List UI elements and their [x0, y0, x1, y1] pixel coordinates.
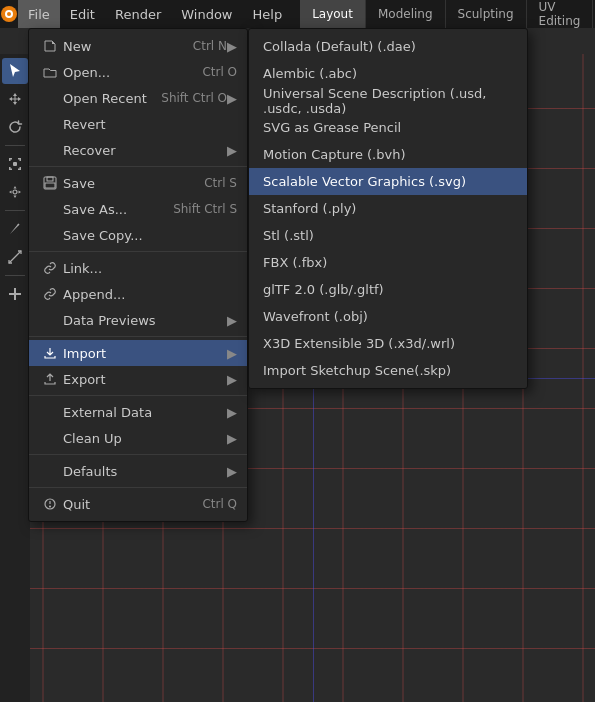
blender-logo [0, 0, 18, 28]
workspace-tab-sculpting[interactable]: Sculpting [446, 0, 527, 28]
sep-4 [29, 395, 247, 396]
menu-item-open[interactable]: Open... Ctrl O [29, 59, 247, 85]
import-x3d[interactable]: X3D Extensible 3D (.x3d/.wrl) [249, 330, 527, 357]
import-collada[interactable]: Collada (Default) (.dae) [249, 33, 527, 60]
sep-1 [29, 166, 247, 167]
export-label: Export [63, 372, 227, 387]
quit-icon [39, 497, 61, 511]
import-obj[interactable]: Wavefront (.obj) [249, 303, 527, 330]
sidebar-separator-1 [5, 145, 25, 146]
menu-item-revert[interactable]: Revert [29, 111, 247, 137]
save-label: Save [63, 176, 204, 191]
import-alembic[interactable]: Alembic (.abc) [249, 60, 527, 87]
svg-rect-7 [45, 183, 55, 188]
menu-item-save-copy[interactable]: Save Copy... [29, 222, 247, 248]
menu-item-external-data[interactable]: External Data ▶ [29, 399, 247, 425]
menu-item-save-as[interactable]: Save As... Shift Ctrl S [29, 196, 247, 222]
window-menu-trigger[interactable]: Window [171, 0, 242, 28]
workspace-tab-modeling[interactable]: Modeling [366, 0, 446, 28]
svg-point-9 [50, 506, 51, 507]
transform-tool-icon[interactable] [2, 179, 28, 205]
svg-point-2 [7, 12, 11, 16]
render-menu-trigger[interactable]: Render [105, 0, 171, 28]
sep-3 [29, 336, 247, 337]
export-arrow: ▶ [227, 372, 237, 387]
sep-6 [29, 487, 247, 488]
menu-item-import[interactable]: Import ▶ [29, 340, 247, 366]
defaults-arrow: ▶ [227, 464, 237, 479]
rotate-tool-icon[interactable] [2, 114, 28, 140]
open-recent-arrow: ▶ [227, 91, 237, 106]
recover-label: Recover [63, 143, 227, 158]
workspace-tab-uv-editing[interactable]: UV Editing [527, 0, 594, 28]
save-as-label: Save As... [63, 202, 173, 217]
add-object-icon[interactable] [2, 281, 28, 307]
clean-up-arrow: ▶ [227, 431, 237, 446]
import-svg[interactable]: Scalable Vector Graphics (.svg) [249, 168, 527, 195]
menu-item-clean-up[interactable]: Clean Up ▶ [29, 425, 247, 451]
menu-item-link[interactable]: Link... [29, 255, 247, 281]
annotate-tool-icon[interactable] [2, 216, 28, 242]
external-data-arrow: ▶ [227, 405, 237, 420]
open-shortcut: Ctrl O [202, 65, 237, 79]
import-arrow: ▶ [227, 346, 237, 361]
new-label: New [63, 39, 193, 54]
import-fbx[interactable]: FBX (.fbx) [249, 249, 527, 276]
sidebar-separator-2 [5, 210, 25, 211]
revert-label: Revert [63, 117, 237, 132]
svg-point-4 [13, 190, 17, 194]
open-recent-shortcut: Shift Ctrl O [161, 91, 227, 105]
append-label: Append... [63, 287, 237, 302]
save-shortcut: Ctrl S [204, 176, 237, 190]
menu-item-defaults[interactable]: Defaults ▶ [29, 458, 247, 484]
scale-tool-icon[interactable] [2, 151, 28, 177]
edit-menu-trigger[interactable]: Edit [60, 0, 105, 28]
menu-item-recover[interactable]: Recover ▶ [29, 137, 247, 163]
open-icon [39, 65, 61, 79]
data-previews-arrow: ▶ [227, 313, 237, 328]
save-icon [39, 176, 61, 190]
menu-item-new[interactable]: New Ctrl N ▶ [29, 33, 247, 59]
external-data-label: External Data [63, 405, 227, 420]
open-label: Open... [63, 65, 202, 80]
measure-tool-icon[interactable] [2, 244, 28, 270]
import-usd[interactable]: Universal Scene Description (.usd, .usdc… [249, 87, 527, 114]
menu-item-export[interactable]: Export ▶ [29, 366, 247, 392]
menu-item-append[interactable]: Append... [29, 281, 247, 307]
import-icon [39, 346, 61, 360]
file-menu-trigger[interactable]: File [18, 0, 60, 28]
menu-item-data-previews[interactable]: Data Previews ▶ [29, 307, 247, 333]
sep-2 [29, 251, 247, 252]
import-sketchup[interactable]: Import Sketchup Scene(.skp) [249, 357, 527, 384]
new-icon [39, 39, 61, 53]
import-gltf[interactable]: glTF 2.0 (.glb/.gltf) [249, 276, 527, 303]
import-ply[interactable]: Stanford (.ply) [249, 195, 527, 222]
import-submenu: Collada (Default) (.dae) Alembic (.abc) … [248, 28, 528, 389]
defaults-label: Defaults [63, 464, 227, 479]
clean-up-label: Clean Up [63, 431, 227, 446]
workspace-tab-layout[interactable]: Layout [300, 0, 366, 28]
quit-shortcut: Ctrl Q [202, 497, 237, 511]
cursor-tool-icon[interactable] [2, 58, 28, 84]
link-icon [39, 261, 61, 275]
import-stl[interactable]: Stl (.stl) [249, 222, 527, 249]
append-icon [39, 287, 61, 301]
link-label: Link... [63, 261, 237, 276]
save-as-shortcut: Shift Ctrl S [173, 202, 237, 216]
recover-arrow: ▶ [227, 143, 237, 158]
save-copy-label: Save Copy... [63, 228, 237, 243]
export-icon [39, 372, 61, 386]
help-menu-trigger[interactable]: Help [243, 0, 293, 28]
sep-5 [29, 454, 247, 455]
import-label: Import [63, 346, 227, 361]
menu-item-save[interactable]: Save Ctrl S [29, 170, 247, 196]
menu-item-quit[interactable]: Quit Ctrl Q [29, 491, 247, 517]
data-previews-label: Data Previews [63, 313, 227, 328]
sidebar-separator-3 [5, 275, 25, 276]
import-bvh[interactable]: Motion Capture (.bvh) [249, 141, 527, 168]
menu-item-open-recent[interactable]: Open Recent Shift Ctrl O ▶ [29, 85, 247, 111]
import-svg-grease[interactable]: SVG as Grease Pencil [249, 114, 527, 141]
left-sidebar [0, 54, 30, 702]
move-tool-icon[interactable] [2, 86, 28, 112]
new-shortcut: Ctrl N [193, 39, 227, 53]
